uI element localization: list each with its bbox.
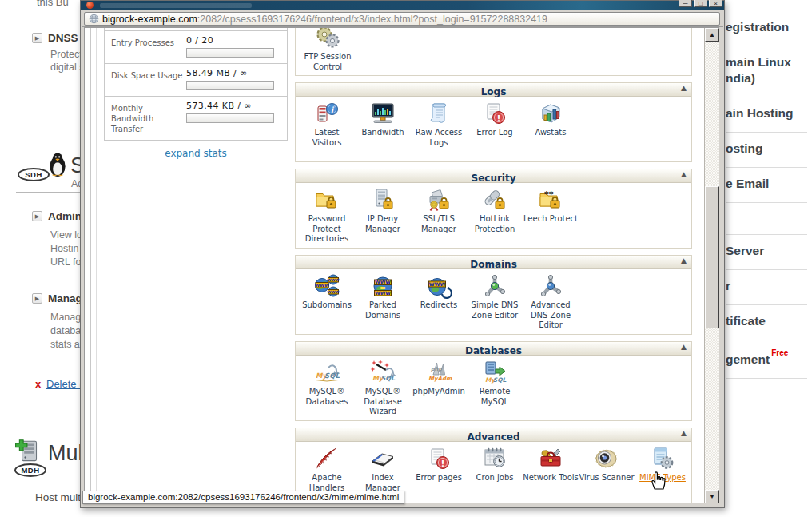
section-header-advanced[interactable]: Advanced▲ xyxy=(296,428,691,442)
app-leech-protect[interactable]: **Leech Protect xyxy=(523,187,579,225)
svg-text:WWW: WWW xyxy=(327,290,339,294)
app-network-tools[interactable]: Network Tools xyxy=(523,446,579,483)
svg-text:WWW: WWW xyxy=(375,290,391,296)
svg-text:!: ! xyxy=(440,459,444,469)
app-virus-scanner[interactable]: Virus Scanner xyxy=(579,446,635,483)
app-error-log[interactable]: !Error Log xyxy=(467,101,523,138)
app-mysql-database-wizard[interactable]: MySQLMySQL® Database Wizard xyxy=(355,360,411,417)
app-label: Subdomains xyxy=(299,300,355,311)
app-label: Simple DNS Zone Editor xyxy=(467,300,523,320)
stat-value-area: 0 / 20 xyxy=(186,35,281,58)
section-header-security[interactable]: Security▲ xyxy=(296,169,691,183)
collapse-arrow-icon[interactable]: ▲ xyxy=(681,343,687,351)
app-label: Error pages xyxy=(411,473,467,483)
window-controls: ─ □ × xyxy=(679,0,722,7)
app-ssl-tls-manager[interactable]: SSL/TLS Manager xyxy=(411,187,467,234)
section-header-logs[interactable]: Logs▲ xyxy=(296,83,691,97)
maximize-button[interactable]: □ xyxy=(694,0,707,7)
bg-text-manage-1: Manag xyxy=(50,311,81,324)
app-subdomains[interactable]: WWWWWWWWWSubdomains xyxy=(299,273,355,311)
bg-menu-item-line: Server xyxy=(726,243,807,259)
vertical-scrollbar[interactable]: ▲ ▼ xyxy=(704,28,719,503)
bg-delete-link[interactable]: Delete ( xyxy=(46,378,83,390)
app-index-manager[interactable]: Index Manager xyxy=(355,446,411,493)
scroll-down-button[interactable]: ▼ xyxy=(705,490,719,503)
app-cron-jobs[interactable]: Cron jobs xyxy=(467,446,523,483)
section-domains: Domains▲WWWWWWWWWSubdomainsWWW=WWWParked… xyxy=(295,255,692,335)
address-bar: bigrock-example.com:2082/cpsess169317624… xyxy=(82,10,723,27)
scroll-up-button[interactable]: ▲ xyxy=(705,28,719,42)
app-bandwidth[interactable]: Bandwidth xyxy=(355,101,411,138)
bg-menu-item-main-linux-ndia[interactable]: main Linuxndia) xyxy=(726,46,807,97)
collapse-arrow-icon[interactable]: ▲ xyxy=(681,84,687,92)
stat-label: Monthly Bandwidth Transfer xyxy=(111,101,186,134)
app-ftp-session-control[interactable]: FTP Session Control xyxy=(300,27,356,72)
scrollbar-thumb[interactable] xyxy=(705,186,719,328)
stats-box: Entry Processes0 / 20Disk Space Usage58.… xyxy=(104,27,288,141)
app-label: SSL/TLS Manager xyxy=(411,214,467,234)
app-phpmyadmin[interactable]: phpMyAdminphpMyAdmin xyxy=(411,360,467,397)
section-header-databases[interactable]: Databases▲ xyxy=(296,342,691,356)
globe-icon xyxy=(89,14,99,24)
bg-menu-item-ain-hosting[interactable]: ain Hosting xyxy=(726,97,807,133)
bg-menu-item-line: main Linux xyxy=(726,54,807,70)
bg-menu-item-osting[interactable]: osting xyxy=(726,133,807,168)
app-raw-access-logs[interactable]: Raw Access Logs xyxy=(411,101,467,148)
url-field[interactable]: bigrock-example.com:2082/cpsess169317624… xyxy=(84,12,720,26)
bg-link-manage[interactable]: Manag xyxy=(48,292,82,304)
stat-value-area: 573.44 KB / ∞ xyxy=(186,101,281,134)
section-databases: Databases▲MySQLMySQL® DatabasesMySQLMySQ… xyxy=(295,341,692,421)
app-hotlink-protection[interactable]: HotLink Protection xyxy=(467,187,523,234)
app-apache-handlers[interactable]: Apache Handlers xyxy=(299,446,355,493)
app-simple-dns-zone-editor[interactable]: Simple DNS Zone Editor xyxy=(467,273,523,320)
virus-scanner-icon xyxy=(594,446,619,471)
app-label: HotLink Protection xyxy=(467,214,523,234)
app-password-protect-directories[interactable]: Password Protect Directories xyxy=(299,187,355,245)
bg-text-manage-3: stats a xyxy=(50,338,80,352)
app-awstats[interactable]: Awstats xyxy=(523,101,579,138)
bg-menu-item-server[interactable]: Server xyxy=(726,235,807,270)
advanced-dns-zone-icon xyxy=(538,273,563,299)
bullet-arrow-icon: ▶ xyxy=(32,33,42,43)
bg-menu-item-gement[interactable]: gementFree xyxy=(726,340,807,379)
app-label: Password Protect Directories xyxy=(299,214,355,245)
svg-text:MyAdmin: MyAdmin xyxy=(428,376,452,382)
bg-menu-item-tificate[interactable]: tificate xyxy=(726,305,807,340)
app-latest-visitors[interactable]: iLatest Visitors xyxy=(299,101,355,148)
section-title: Advanced xyxy=(467,431,519,443)
collapse-arrow-icon[interactable]: ▲ xyxy=(681,429,687,437)
app-parked-domains[interactable]: WWW=WWWParked Domains xyxy=(355,273,411,320)
redirects-icon: WWW xyxy=(426,273,452,299)
app-remote-mysql[interactable]: MySQLRemote MySQL xyxy=(467,360,523,407)
leech-protect-icon: ** xyxy=(538,187,563,213)
section-title: Domains xyxy=(470,259,517,270)
app-label: Raw Access Logs xyxy=(411,128,467,148)
app-label: Parked Domains xyxy=(355,300,411,320)
bg-menu-item-e-email[interactable]: e Email xyxy=(726,168,807,203)
section-header-domains[interactable]: Domains▲ xyxy=(296,256,691,269)
minimize-button[interactable]: ─ xyxy=(679,0,692,7)
app-mysql-databases[interactable]: MySQLMySQL® Databases xyxy=(299,360,355,407)
app-label: FTP Session Control xyxy=(300,52,356,72)
svg-text:!: ! xyxy=(496,113,500,124)
awstats-icon xyxy=(538,101,563,126)
bg-menu-item-r[interactable]: r xyxy=(726,270,807,305)
app-error-pages[interactable]: !Error pages xyxy=(411,446,467,483)
bg-menu-item-egistration[interactable]: egistration xyxy=(726,11,807,46)
stat-label: Entry Processes xyxy=(111,35,186,58)
bullet-arrow-icon: ▶ xyxy=(32,293,42,304)
close-button[interactable]: × xyxy=(709,0,722,7)
collapse-arrow-icon[interactable]: ▲ xyxy=(681,170,687,178)
screen: this Bu ▶ DNSS Protect digital s SDH Sin… xyxy=(0,0,812,517)
app-label: IP Deny Manager xyxy=(355,214,411,234)
bandwidth-icon xyxy=(370,101,396,126)
app-advanced-dns-zone-editor[interactable]: Advanced DNS Zone Editor xyxy=(523,273,579,331)
expand-stats-link[interactable]: expand stats xyxy=(104,148,288,159)
section-partial-top: FTP Session Control xyxy=(295,27,692,76)
app-label: MySQL® Databases xyxy=(299,387,355,407)
collapse-arrow-icon[interactable]: ▲ xyxy=(681,257,687,264)
app-ip-deny-manager[interactable]: IP Deny Manager xyxy=(355,187,411,234)
bg-link-admin[interactable]: Admin xyxy=(48,210,82,222)
bg-link-dnssec[interactable]: DNSS xyxy=(48,32,78,44)
app-redirects[interactable]: WWWRedirects xyxy=(411,273,467,311)
